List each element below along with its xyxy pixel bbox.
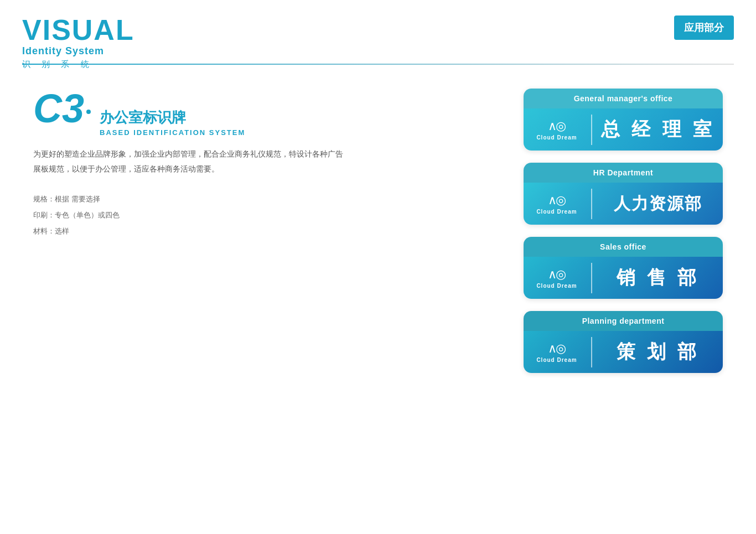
spec-material: 材料：选样 — [33, 224, 343, 240]
signs-area: General manager's office ∧◎ Cloud Dream … — [524, 89, 723, 373]
spec-print: 印刷：专色（单色）或四色 — [33, 208, 343, 224]
sign-label-hr: HR Department — [524, 163, 723, 183]
cloud-text-planning: Cloud Dream — [536, 357, 577, 363]
logo-area: VISUAL Identity System 识 别 系 统 — [22, 15, 134, 70]
logo-identity: Identity System — [22, 45, 134, 57]
section-titles: 办公室标识牌 BASED IDENTIFICATION SYSTEM — [100, 109, 245, 137]
sign-card-sales: Sales office ∧◎ Cloud Dream 销 售 部 — [524, 237, 723, 299]
sign-name-hr: 人力资源部 — [593, 193, 723, 215]
cloud-text-sales: Cloud Dream — [536, 283, 577, 289]
cloud-dream-logo: ∧◎ Cloud Dream — [536, 119, 577, 141]
header: VISUAL Identity System 识 别 系 统 应用部分 — [0, 0, 756, 70]
sign-body-planning: ∧◎ Cloud Dream 策 划 部 — [524, 331, 723, 373]
sign-body-general: ∧◎ Cloud Dream 总 经 理 室 — [524, 108, 723, 151]
logo-visual: VISUAL — [22, 15, 134, 44]
sign-label-planning: Planning department — [524, 311, 723, 331]
sign-name-planning: 策 划 部 — [593, 339, 723, 365]
sign-card-general: General manager's office ∧◎ Cloud Dream … — [524, 89, 723, 151]
sign-logo-hr: ∧◎ Cloud Dream — [524, 188, 590, 220]
left-content: C3 办公室标识牌 BASED IDENTIFICATION SYSTEM 为更… — [33, 89, 343, 239]
sign-label-general: General manager's office — [524, 89, 723, 108]
sign-card-hr: HR Department ∧◎ Cloud Dream 人力资源部 — [524, 163, 723, 225]
cloud-text-hr: Cloud Dream — [536, 209, 577, 215]
cloud-text: Cloud Dream — [536, 134, 577, 141]
cloud-dream-logo-hr: ∧◎ Cloud Dream — [536, 193, 577, 215]
cloud-icon-hr: ∧◎ — [548, 193, 565, 208]
section-id: C3 办公室标识牌 BASED IDENTIFICATION SYSTEM — [33, 89, 343, 137]
cloud-icon-planning: ∧◎ — [548, 341, 565, 356]
top-badge: 应用部分 — [674, 15, 734, 40]
section-number: C3 — [33, 89, 91, 128]
sign-divider — [591, 115, 592, 145]
section-title-cn: 办公室标识牌 — [100, 109, 245, 126]
sign-logo-general: ∧◎ Cloud Dream — [524, 113, 590, 146]
specs: 规格：根据 需要选择 印刷：专色（单色）或四色 材料：选样 — [33, 191, 343, 239]
cloud-dream-logo-planning: ∧◎ Cloud Dream — [536, 341, 577, 363]
sign-logo-sales: ∧◎ Cloud Dream — [524, 262, 590, 294]
sign-divider-hr — [591, 189, 592, 219]
section-dot — [86, 110, 91, 114]
header-divider — [22, 64, 734, 65]
sign-divider-sales — [591, 263, 592, 293]
sign-card-planning: Planning department ∧◎ Cloud Dream 策 划 部 — [524, 311, 723, 373]
sign-body-hr: ∧◎ Cloud Dream 人力资源部 — [524, 183, 723, 225]
description-text: 为更好的塑造企业品牌形象，加强企业内部管理，配合企业商务礼仪规范，特设计各种广告… — [33, 147, 343, 176]
sign-body-sales: ∧◎ Cloud Dream 销 售 部 — [524, 257, 723, 299]
spec-size: 规格：根据 需要选择 — [33, 191, 343, 208]
sign-label-sales: Sales office — [524, 237, 723, 257]
section-title-en: BASED IDENTIFICATION SYSTEM — [100, 128, 245, 137]
sign-name-sales: 销 售 部 — [593, 265, 723, 291]
cloud-icon: ∧◎ — [548, 119, 565, 133]
cloud-icon-sales: ∧◎ — [548, 267, 565, 282]
cloud-dream-logo-sales: ∧◎ Cloud Dream — [536, 267, 577, 289]
sign-logo-planning: ∧◎ Cloud Dream — [524, 336, 590, 369]
sign-name-general: 总 经 理 室 — [593, 117, 723, 142]
sign-divider-planning — [591, 337, 592, 367]
